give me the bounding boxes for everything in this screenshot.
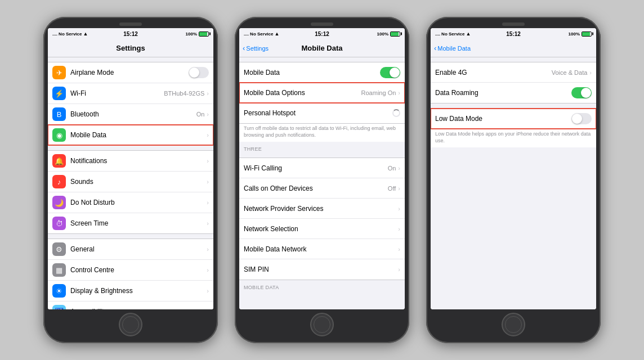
back-chevron-icon: ‹ bbox=[434, 44, 436, 52]
toggle-airplane[interactable] bbox=[189, 67, 209, 78]
chevron-right-icon: › bbox=[207, 90, 209, 97]
label-donotdisturb: Do Not Disturb bbox=[70, 199, 207, 206]
section-group-three: Wi-Fi CallingOn›Calls on Other DevicesOf… bbox=[239, 158, 405, 280]
label-displaybrightness: Display & Brightness bbox=[70, 287, 207, 295]
icon-bluetooth: B bbox=[52, 107, 66, 121]
icon-airplane: ✈ bbox=[52, 66, 66, 79]
row-mobiledata-toggle[interactable]: Mobile Data bbox=[239, 62, 405, 83]
screen: .... No Service ▲ 15:12 100% ‹SettingsMo… bbox=[239, 28, 405, 309]
settings-scroll[interactable]: ✈Airplane Mode⚡Wi-FiBTHub4-92GS›BBluetoo… bbox=[48, 57, 213, 309]
row-displaybrightness[interactable]: ☀Display & Brightness› bbox=[48, 281, 213, 302]
row-sounds[interactable]: ♪Sounds› bbox=[48, 172, 213, 192]
row-notifications[interactable]: 🔔Notifications› bbox=[48, 151, 213, 172]
row-personalhotspot[interactable]: Personal Hotspot bbox=[239, 103, 405, 123]
value-mobiledataoptions: Roaming On bbox=[361, 89, 396, 96]
chevron-right-icon: › bbox=[398, 205, 400, 212]
home-button[interactable] bbox=[310, 313, 334, 336]
section-label: THREE bbox=[239, 142, 405, 153]
row-mobiledatanetwork[interactable]: Mobile Data Network› bbox=[239, 239, 405, 259]
row-networkselection[interactable]: Network Selection› bbox=[239, 219, 405, 239]
phone-phone3: .... No Service ▲ 15:12 100% ‹Mobile Dat… bbox=[426, 17, 601, 343]
time-display: 15:12 bbox=[123, 31, 138, 37]
label-accessibility: Accessibility bbox=[70, 308, 207, 309]
chevron-right-icon: › bbox=[207, 199, 209, 206]
label-mobiledatanetwork: Mobile Data Network bbox=[244, 245, 398, 253]
row-simpin[interactable]: SIM PIN› bbox=[239, 259, 405, 280]
nav-bar: Settings bbox=[48, 39, 213, 57]
row-description: Low Data Mode helps apps on your iPhone … bbox=[431, 129, 596, 147]
row-screentime[interactable]: ⏱Screen Time› bbox=[48, 213, 213, 233]
icon-screentime: ⏱ bbox=[52, 217, 66, 230]
back-button[interactable]: ‹Settings bbox=[243, 44, 269, 52]
section-group-lowdata: Low Data Mode bbox=[431, 108, 596, 129]
icon-controlcentre: ▦ bbox=[52, 263, 66, 277]
label-airplane: Airplane Mode bbox=[70, 69, 189, 76]
home-button-inner bbox=[505, 316, 522, 333]
section-group-notifications: 🔔Notifications›♪Sounds›🌙Do Not Disturb›⏱… bbox=[48, 150, 213, 234]
section-group-system: ⚙General›▦Control Centre›☀Display & Brig… bbox=[48, 238, 213, 309]
value-wificalling: On bbox=[388, 165, 396, 172]
row-airplane[interactable]: ✈Airplane Mode bbox=[48, 62, 213, 83]
row-mobiledata[interactable]: ◉Mobile Data› bbox=[48, 125, 213, 145]
row-general[interactable]: ⚙General› bbox=[48, 239, 213, 260]
toggle-lowdatamode[interactable] bbox=[571, 113, 592, 124]
chevron-right-icon: › bbox=[207, 308, 209, 309]
label-mobiledata: Mobile Data bbox=[70, 131, 207, 139]
status-bar: .... No Service ▲ 15:12 100% bbox=[431, 28, 596, 39]
nav-title: Settings bbox=[116, 44, 145, 52]
label-mobiledata-toggle: Mobile Data bbox=[244, 69, 380, 76]
label-general: General bbox=[70, 245, 207, 253]
hotspot-spinner-icon bbox=[392, 109, 400, 117]
chevron-right-icon: › bbox=[207, 287, 209, 294]
nav-title: Mobile Data bbox=[302, 44, 343, 52]
label-mobiledataoptions: Mobile Data Options bbox=[244, 89, 361, 97]
row-networkprovider[interactable]: Network Provider Services› bbox=[239, 199, 405, 219]
chevron-right-icon: › bbox=[207, 178, 209, 185]
battery-icon bbox=[582, 32, 592, 37]
section-group-4g: Enable 4GVoice & Data›Data Roaming bbox=[431, 62, 596, 104]
toggle-dataroaming[interactable] bbox=[571, 87, 592, 98]
section-label: MOBILE DATA bbox=[239, 280, 405, 291]
row-bluetooth[interactable]: BBluetoothOn› bbox=[48, 104, 213, 125]
phone-phone2: .... No Service ▲ 15:12 100% ‹SettingsMo… bbox=[235, 17, 409, 343]
carrier-text: .... No Service bbox=[435, 32, 464, 37]
row-controlcentre[interactable]: ▦Control Centre› bbox=[48, 260, 213, 281]
row-accessibility[interactable]: ♿Accessibility› bbox=[48, 302, 213, 309]
row-description: Turn off mobile data to restrict all dat… bbox=[239, 124, 405, 142]
toggle-mobiledata-toggle[interactable] bbox=[380, 67, 400, 78]
settings-scroll[interactable]: Mobile DataMobile Data OptionsRoaming On… bbox=[239, 57, 405, 309]
section-group-connectivity: ✈Airplane Mode⚡Wi-FiBTHub4-92GS›BBluetoo… bbox=[48, 62, 213, 146]
battery-percent: 100% bbox=[377, 32, 388, 37]
home-button[interactable] bbox=[119, 313, 142, 336]
home-button[interactable] bbox=[502, 313, 525, 336]
time-display: 15:12 bbox=[506, 31, 521, 37]
carrier-text: .... No Service bbox=[52, 32, 82, 37]
icon-displaybrightness: ☀ bbox=[52, 284, 66, 298]
row-wificalling[interactable]: Wi-Fi CallingOn› bbox=[239, 158, 405, 178]
back-button[interactable]: ‹Mobile Data bbox=[434, 44, 471, 52]
icon-wifi: ⚡ bbox=[52, 87, 66, 100]
row-donotdisturb[interactable]: 🌙Do Not Disturb› bbox=[48, 192, 213, 213]
label-lowdatamode: Low Data Mode bbox=[435, 115, 571, 123]
row-mobiledataoptions[interactable]: Mobile Data OptionsRoaming On› bbox=[239, 83, 405, 103]
icon-accessibility: ♿ bbox=[52, 305, 66, 309]
value-bluetooth: On bbox=[196, 111, 205, 118]
chevron-right-icon: › bbox=[398, 165, 400, 172]
label-personalhotspot: Personal Hotspot bbox=[244, 109, 392, 117]
label-callsotherdevices: Calls on Other Devices bbox=[244, 184, 388, 192]
speaker-bar bbox=[119, 22, 142, 26]
row-dataroaming[interactable]: Data Roaming bbox=[431, 83, 596, 103]
screen: .... No Service ▲ 15:12 100% Settings✈Ai… bbox=[48, 28, 213, 309]
time-display: 15:12 bbox=[315, 31, 329, 37]
nav-bar: ‹Mobile Data bbox=[431, 39, 596, 57]
row-callsotherdevices[interactable]: Calls on Other DevicesOff› bbox=[239, 178, 405, 199]
battery-icon bbox=[390, 32, 400, 37]
row-lowdatamode[interactable]: Low Data Mode bbox=[431, 109, 596, 129]
row-wifi[interactable]: ⚡Wi-FiBTHub4-92GS› bbox=[48, 83, 213, 104]
phone-phone1: .... No Service ▲ 15:12 100% Settings✈Ai… bbox=[43, 17, 218, 343]
row-enable4g[interactable]: Enable 4GVoice & Data› bbox=[431, 62, 596, 83]
settings-scroll[interactable]: Enable 4GVoice & Data›Data RoamingLow Da… bbox=[431, 57, 596, 309]
carrier-text: .... No Service bbox=[244, 32, 273, 37]
speaker-bar bbox=[311, 22, 333, 26]
chevron-right-icon: › bbox=[207, 158, 209, 164]
